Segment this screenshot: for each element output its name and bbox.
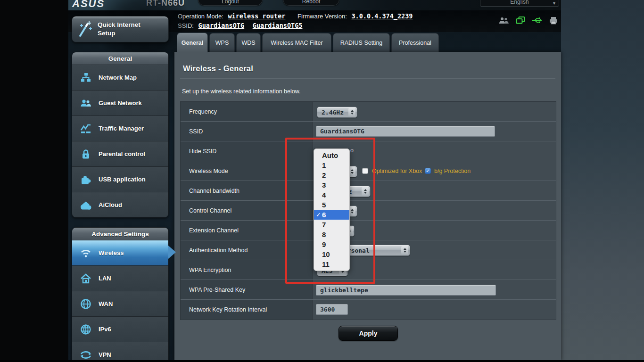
ssid-link-secondary[interactable]: GuardiansOTG5 (253, 22, 303, 29)
row-label: Frequency (181, 102, 313, 121)
dropdown-option-5[interactable]: 5 (314, 200, 349, 210)
sidebar-item-usb-application[interactable]: USB application (72, 166, 168, 192)
sidebar-item-parental-control[interactable]: Parental control (72, 141, 168, 166)
sidebar-item-label: Guest Network (99, 99, 142, 107)
ssid-link-primary[interactable]: GuardiansOTG (198, 22, 245, 29)
row-label: Control Channel (181, 201, 313, 220)
dropdown-option-auto[interactable]: Auto (314, 150, 349, 160)
sidebar-item-network-map[interactable]: Network Map (72, 65, 168, 90)
row-label: SSID (181, 122, 313, 141)
dropdown-option-10[interactable]: 10 (314, 249, 349, 259)
sidebar-item-label: Wireless (99, 249, 124, 256)
dropdown-option-3[interactable]: 3 (314, 180, 349, 190)
row-label: Extension Channel (181, 221, 313, 240)
traffic-manager-icon (79, 122, 93, 136)
dropdown-option-4[interactable]: 4 (314, 190, 349, 200)
sidebar-item-vpn[interactable]: VPN (72, 342, 168, 362)
ssid-line: SSID: GuardiansOTG GuardiansOTG5 (178, 22, 302, 29)
globe-icon (79, 297, 93, 311)
row-label: Wireless Mode (181, 161, 313, 181)
control-channel-dropdown: Auto 1 2 3 4 5 ✓ 6 7 8 9 10 11 (314, 148, 350, 271)
bottom-letterbox (0, 360, 644, 362)
tab-wps[interactable]: WPS (209, 33, 235, 52)
ssid-label: SSID: (178, 22, 194, 29)
frequency-value: 2.4GHz (317, 109, 348, 116)
wifi-icon (79, 246, 93, 260)
network-map-icon (79, 71, 93, 85)
quick-internet-setup-label: Quick Internet Setup (98, 21, 157, 37)
firmware-link[interactable]: 3.0.0.4.374_2239 (351, 12, 413, 20)
sidebar-item-label: Parental control (99, 150, 145, 157)
sidebar-item-wireless[interactable]: Wireless (72, 240, 168, 265)
language-label: English (510, 0, 528, 5)
guest-network-icon (79, 96, 93, 110)
usb-icon[interactable] (531, 16, 543, 25)
sidebar-item-guest-network[interactable]: Guest Network (72, 90, 168, 115)
apply-button[interactable]: Apply (339, 326, 398, 341)
sidebar-item-aicloud[interactable]: AiCloud (72, 192, 168, 217)
selected-item-arrow (168, 246, 176, 259)
row-label: Network Key Rotation Interval (181, 300, 313, 320)
logout-button[interactable]: Logout (198, 0, 263, 6)
table-row: WPA Encryption (181, 260, 556, 280)
asus-logo: ASUS (72, 0, 105, 10)
clients-screen-icon[interactable] (515, 16, 526, 25)
table-row: Hide SSID (181, 141, 556, 161)
sidebar-item-label: AiCloud (99, 201, 122, 208)
router-model: RT-N66U (146, 0, 185, 8)
checkmark-icon: ✓ (316, 211, 321, 218)
sidebar-item-ipv6[interactable]: IPv6 (72, 316, 168, 342)
cloud-icon (79, 198, 93, 212)
chevron-down-icon: ▾ (553, 0, 555, 6)
stepper-icon (401, 246, 408, 255)
frequency-select[interactable]: 2.4GHz (317, 107, 357, 118)
tab-wireless-mac-filter[interactable]: Wireless MAC Filter (262, 33, 331, 52)
dropdown-option-7[interactable]: 7 (314, 220, 349, 230)
dropdown-option-8[interactable]: 8 (314, 230, 349, 239)
dropdown-option-1[interactable]: 1 (314, 160, 349, 170)
reboot-button[interactable]: Reboot (283, 0, 339, 6)
wpa-pre-shared-key-input[interactable]: glickbelltepe (316, 285, 496, 296)
ssid-input[interactable]: GuardiansOTG (316, 126, 495, 137)
tab-radius-setting[interactable]: RADIUS Setting (333, 33, 390, 52)
left-letterbox (0, 0, 68, 362)
users-icon[interactable] (498, 16, 510, 25)
stepper-icon (362, 187, 369, 196)
dropdown-option-9[interactable]: 9 (314, 239, 349, 249)
tab-professional[interactable]: Professional (391, 33, 439, 52)
tab-wds[interactable]: WDS (236, 33, 261, 52)
tab-general[interactable]: General (177, 33, 208, 52)
optimized-xbox-label: Optimized for Xbox (372, 168, 422, 174)
checkmark-icon: ✓ (426, 168, 429, 173)
bg-protection-checkbox[interactable]: ✓ (425, 168, 431, 174)
row-label: WPA Encryption (181, 260, 313, 280)
table-row: Frequency (181, 102, 556, 122)
key-rotation-value: 3600 (320, 306, 335, 313)
page-subtitle: Set up the wireless related information … (182, 88, 301, 95)
sidebar-item-lan[interactable]: LAN (72, 265, 168, 291)
desktop-backdrop (561, 0, 644, 362)
sidebar-header-general: General (72, 52, 168, 65)
page-title: Wireless - General (183, 64, 253, 73)
sidebar-item-label: WAN (99, 300, 113, 307)
language-select[interactable]: English ▾ (480, 0, 559, 7)
dropdown-option-11[interactable]: 11 (314, 259, 349, 269)
sidebar-item-label: USB application (99, 176, 146, 183)
sidebar-item-label: Traffic Manager (99, 125, 144, 132)
optimized-xbox-checkbox[interactable] (362, 168, 368, 174)
printer-icon[interactable] (548, 16, 559, 25)
key-rotation-interval-input[interactable]: 3600 (316, 304, 348, 315)
dropdown-option-2[interactable]: 2 (314, 170, 349, 180)
row-label: Hide SSID (181, 141, 313, 161)
sidebar-item-wan[interactable]: WAN (72, 291, 168, 316)
status-icons (498, 16, 559, 25)
sidebar-item-label: Network Map (99, 74, 137, 81)
house-icon (79, 272, 93, 286)
sidebar-section-general: General Network Map Guest Network Traffi… (72, 52, 169, 218)
dropdown-option-6-selected[interactable]: ✓ 6 (314, 210, 349, 220)
sidebar-item-label: IPv6 (99, 326, 111, 333)
operation-mode-link[interactable]: wireless router (228, 12, 285, 20)
wpa-key-value: glickbelltepe (320, 287, 368, 294)
quick-internet-setup-button[interactable]: Quick Internet Setup (72, 16, 169, 42)
sidebar-item-traffic-manager[interactable]: Traffic Manager (72, 115, 168, 141)
